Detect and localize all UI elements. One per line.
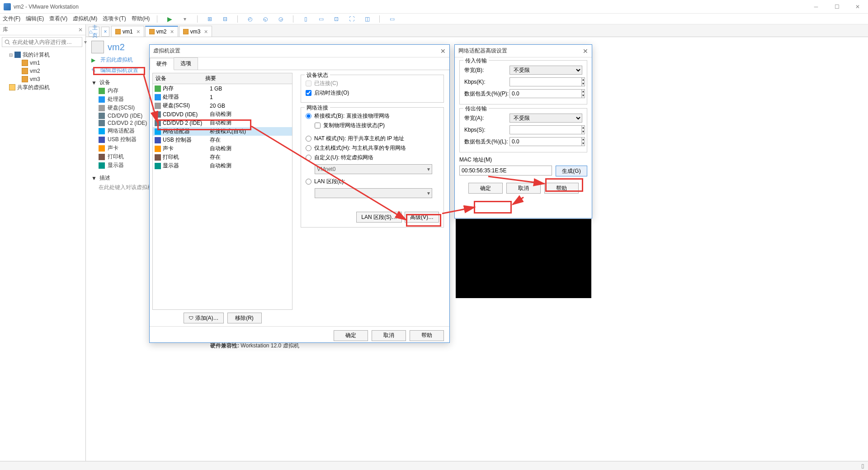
tree-root[interactable]: ⊟ 我的计算机 <box>0 51 85 59</box>
kbps-in-spinner[interactable]: ▲▼ <box>509 77 545 86</box>
hw-row[interactable]: 打印机存在 <box>153 153 292 161</box>
unity-icon[interactable]: ◫ <box>362 14 372 24</box>
menu-help[interactable]: 帮助(H) <box>132 15 150 23</box>
remove-button[interactable]: 移除(R) <box>227 313 262 323</box>
close-icon[interactable]: ✕ <box>440 47 446 55</box>
fullscreen-icon[interactable]: ⛶ <box>347 14 357 24</box>
device-icon <box>99 128 105 134</box>
play-icon[interactable]: ▶ <box>165 14 175 24</box>
hw-row[interactable]: CD/DVD (IDE)自动检测 <box>153 110 292 119</box>
library-panel: 库 ✕ ▾ ⊟ 我的计算机 vm1 vm2 vm3 <box>0 24 86 461</box>
device-icon <box>99 162 105 169</box>
device-icon <box>99 154 105 160</box>
hw-row[interactable]: 硬盘(SCSI)20 GB <box>153 101 292 110</box>
kbps-out-spinner[interactable]: ▲▼ <box>509 125 545 134</box>
device-icon <box>155 85 161 92</box>
tree-vm[interactable]: vm1 <box>0 59 85 67</box>
col-summary: 摘要 <box>203 73 219 84</box>
snapshot-icon[interactable]: ◴ <box>245 14 255 24</box>
menu-tabs[interactable]: 选项卡(T) <box>103 15 126 23</box>
hw-row[interactable]: CD/DVD 2 (IDE)自动检测 <box>153 119 292 127</box>
tool-icon[interactable]: ⊟ <box>220 14 230 24</box>
play-icon: ▶ <box>91 57 98 63</box>
lan-segment-radio[interactable] <box>306 179 311 185</box>
lan-combo: ▾ <box>315 188 432 198</box>
menu-view[interactable]: 查看(V) <box>49 15 67 23</box>
menu-edit[interactable]: 编辑(E) <box>26 15 44 23</box>
help-button[interactable]: 帮助 <box>410 330 444 341</box>
view-icon[interactable]: ▯ <box>301 14 311 24</box>
hardware-list: 设备 摘要 内存1 GB处理器1硬盘(SCSI)20 GBCD/DVD (IDE… <box>152 73 292 310</box>
hw-row[interactable]: USB 控制器存在 <box>153 136 292 144</box>
dialog-title: 虚拟机设置 ✕ <box>150 45 449 57</box>
view-icon[interactable]: ⊡ <box>331 14 341 24</box>
maximize-button[interactable]: ☐ <box>830 4 844 10</box>
hw-row[interactable]: 声卡自动检测 <box>153 144 292 153</box>
device-icon <box>155 146 161 152</box>
close-icon[interactable]: ✕ <box>583 47 588 55</box>
ok-button[interactable]: 确定 <box>468 183 503 194</box>
ok-button[interactable]: 确定 <box>334 330 368 341</box>
minimize-button[interactable]: ─ <box>809 4 823 10</box>
close-icon[interactable]: × <box>137 28 140 35</box>
collapse-icon[interactable]: ⊟ <box>9 52 14 57</box>
hostonly-radio[interactable] <box>306 145 311 151</box>
close-button[interactable]: ✕ <box>851 4 864 10</box>
generate-button[interactable]: 生成(G) <box>556 166 587 176</box>
tab-vm2[interactable]: vm2× <box>145 26 178 37</box>
hw-row[interactable]: 内存1 GB <box>153 84 292 93</box>
folder-icon <box>9 84 15 90</box>
network-connection-group: 网络连接 桥接模式(B): 直接连接物理网络 复制物理网络连接状态(P) NAT… <box>301 107 444 228</box>
menu-vm[interactable]: 虚拟机(M) <box>73 15 97 23</box>
tab-options[interactable]: 选项 <box>174 57 198 70</box>
loss-in-spinner[interactable]: ▲▼ <box>509 89 545 98</box>
lan-segments-button[interactable]: LAN 区段(S)… <box>356 212 402 223</box>
advanced-button[interactable]: 高级(V)… <box>405 212 439 223</box>
device-icon <box>155 154 161 161</box>
tool-icon[interactable]: ⊞ <box>205 14 215 24</box>
close-icon[interactable]: × <box>170 28 174 35</box>
dropdown-icon[interactable]: ▾ <box>180 14 190 24</box>
snapshot-manager-icon[interactable]: ◶ <box>276 14 286 24</box>
custom-radio[interactable] <box>306 155 311 161</box>
connect-on-power-checkbox[interactable] <box>306 90 311 96</box>
vm-icon <box>183 29 189 34</box>
tree-vm[interactable]: vm2 <box>0 67 85 75</box>
hw-row[interactable]: 网络适配器桥接模式(自动) <box>153 127 292 136</box>
cancel-button[interactable]: 取消 <box>372 330 406 341</box>
loss-out-spinner[interactable]: ▲▼ <box>509 137 545 146</box>
add-button[interactable]: 添加(A)… <box>184 313 224 323</box>
tab-vm1[interactable]: vm1× <box>111 26 144 37</box>
tree-shared[interactable]: 共享的虚拟机 <box>0 83 85 91</box>
tab-hardware[interactable]: 硬件 <box>150 58 174 70</box>
close-tab-icon[interactable]: × <box>101 27 109 37</box>
hw-row[interactable]: 处理器1 <box>153 93 292 101</box>
app-icon <box>4 3 11 10</box>
library-search-input[interactable] <box>2 37 82 47</box>
tab-bar: ⌂ 主页 × vm1× vm2× vm3× <box>86 24 868 37</box>
menu-file[interactable]: 文件(F) <box>3 15 20 23</box>
close-icon[interactable]: × <box>204 28 208 35</box>
tool-icon[interactable]: ▭ <box>387 14 397 24</box>
close-icon[interactable]: ✕ <box>78 27 83 33</box>
tab-vm3[interactable]: vm3× <box>179 26 212 37</box>
bandwidth-in-select[interactable]: 不受限 <box>509 66 582 75</box>
nat-radio[interactable] <box>306 136 311 142</box>
bandwidth-out-select[interactable]: 不受限 <box>509 114 582 123</box>
help-button[interactable]: 帮助 <box>544 183 579 194</box>
tree-vm[interactable]: vm3 <box>0 75 85 83</box>
bridged-radio[interactable] <box>306 113 311 119</box>
view-icon[interactable]: ▭ <box>316 14 326 24</box>
hw-compat: 硬件兼容性: Workstation 12.0 虚拟机 <box>210 342 299 350</box>
vm-settings-dialog: 虚拟机设置 ✕ 硬件 选项 设备 摘要 内存1 GB处理器1硬盘(SCSI)20… <box>149 44 450 343</box>
device-icon <box>155 103 161 109</box>
separator <box>157 15 157 23</box>
replicate-checkbox[interactable] <box>315 123 321 128</box>
mac-input[interactable] <box>459 166 552 176</box>
home-button[interactable]: ⌂ 主页 <box>89 27 99 37</box>
computer-icon <box>14 52 21 58</box>
cancel-button[interactable]: 取消 <box>506 183 541 194</box>
dialog-tabs: 硬件 选项 <box>150 57 449 70</box>
hw-row[interactable]: 显示器自动检测 <box>153 161 292 170</box>
snapshot-icon[interactable]: ◵ <box>260 14 270 24</box>
